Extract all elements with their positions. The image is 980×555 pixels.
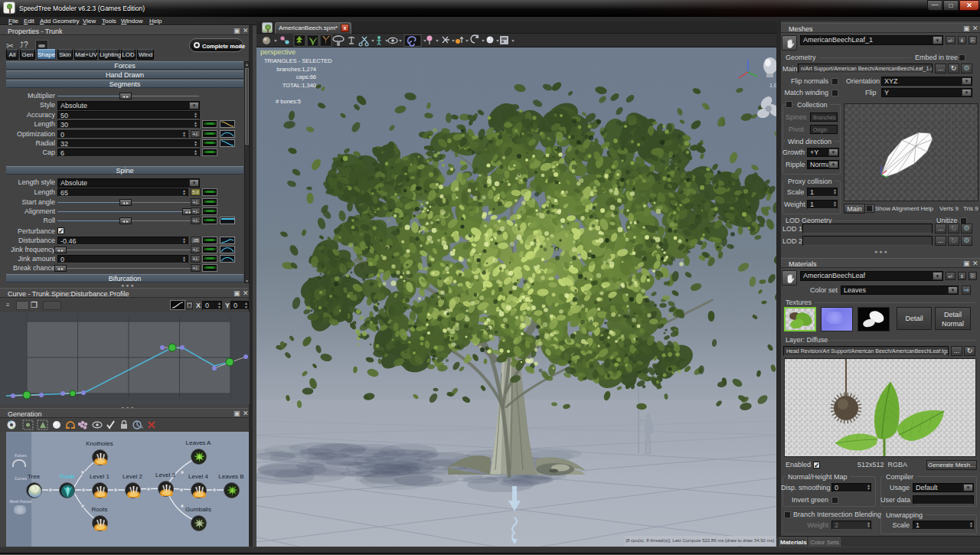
svg-text:1.00: 1.00 (769, 83, 776, 88)
svg-text:A: A (140, 425, 143, 429)
